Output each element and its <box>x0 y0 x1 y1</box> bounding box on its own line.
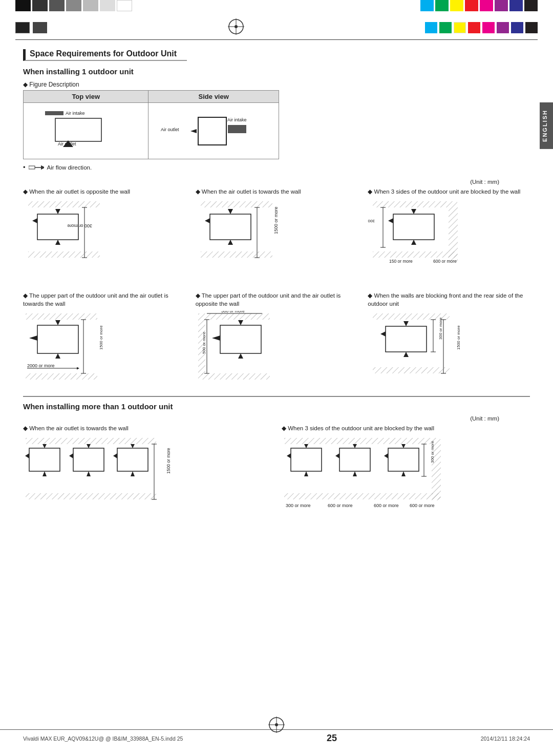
diagram-svg-6: 300 or more 1500 or more <box>368 311 470 385</box>
bottom-crosshair <box>267 716 286 736</box>
svg-text:Air outlet: Air outlet <box>161 127 179 132</box>
svg-text:500 or more: 500 or more <box>202 332 206 354</box>
svg-marker-97 <box>25 453 29 458</box>
svg-rect-124 <box>388 448 419 471</box>
svg-text:600 or more: 600 or more <box>410 503 435 508</box>
svg-rect-28 <box>201 201 272 207</box>
svg-marker-122 <box>353 471 357 476</box>
svg-marker-57 <box>55 320 60 325</box>
footer-right-text: 2014/12/11 18:24:24 <box>481 736 530 742</box>
svg-text:Air intake: Air intake <box>66 111 85 116</box>
svg-rect-81 <box>386 326 427 352</box>
svg-rect-100 <box>73 448 104 471</box>
svg-text:300 or more: 300 or more <box>67 223 92 228</box>
reg-black2 <box>32 0 48 11</box>
reg-green <box>435 0 449 11</box>
svg-marker-43 <box>411 240 416 245</box>
subsection1-title: When installing 1 outdoor unit <box>23 67 530 76</box>
svg-marker-127 <box>401 444 406 448</box>
diagram-multi-svg-2: 300 or more 300 or more 600 or more 600 … <box>282 435 461 538</box>
svg-rect-95 <box>26 438 156 444</box>
reg-mark-sq2 <box>33 22 47 33</box>
diagram-grid-row1: ◆ When the air outlet is opposite the wa… <box>23 187 530 282</box>
svg-marker-99 <box>42 444 47 448</box>
svg-rect-78 <box>198 373 270 380</box>
svg-marker-10 <box>190 129 197 133</box>
svg-rect-4 <box>45 111 63 115</box>
diagram-svg-4: 2000 or more 1500 or more <box>23 311 125 385</box>
svg-text:2000 or more: 2000 or more <box>27 363 55 368</box>
svg-marker-19 <box>32 218 37 223</box>
svg-rect-41 <box>393 214 434 240</box>
svg-text:300 or more: 300 or more <box>286 503 311 508</box>
svg-marker-20 <box>55 240 60 245</box>
svg-marker-125 <box>384 453 388 458</box>
unit-label-1: (Unit : mm) <box>23 178 530 185</box>
diagram-label-3: ◆ When 3 sides of the outdoor unit are b… <box>368 187 530 196</box>
svg-rect-17 <box>28 201 100 207</box>
svg-rect-12 <box>228 125 246 133</box>
svg-rect-104 <box>117 448 148 471</box>
reg-blue <box>509 0 523 11</box>
airflow-icon <box>29 164 44 171</box>
svg-marker-118 <box>304 471 308 476</box>
reg-gray2 <box>66 0 81 11</box>
svg-marker-101 <box>69 453 73 458</box>
svg-text:150 or more: 150 or more <box>389 259 413 264</box>
diagram-grid-multi: ◆ When the air outlet is towards the wal… <box>23 424 530 539</box>
svg-marker-103 <box>87 444 91 448</box>
svg-rect-66 <box>198 313 270 320</box>
svg-marker-105 <box>113 453 117 458</box>
side-view-header: Side view <box>148 91 279 103</box>
diagram-cell-1: ◆ When the air outlet is opposite the wa… <box>23 187 185 282</box>
svg-marker-84 <box>403 321 409 326</box>
svg-text:Air intake: Air intake <box>227 117 247 122</box>
reg-yellow <box>450 0 463 11</box>
svg-text:300 or more: 300 or more <box>438 318 443 340</box>
right-reg-m <box>482 22 495 33</box>
diagram-cell-5: ◆ The upper part of the outdoor unit and… <box>196 291 358 387</box>
svg-rect-93 <box>373 367 450 373</box>
svg-rect-114 <box>284 438 440 444</box>
right-reg-r <box>468 22 480 33</box>
crosshair-icon <box>227 17 245 37</box>
svg-marker-56 <box>55 353 60 359</box>
diagram-multi-label-1: ◆ When the air outlet is towards the wal… <box>23 424 271 432</box>
diagram-multi-label-2: ◆ When 3 sides of the outdoor unit are b… <box>282 424 530 432</box>
svg-marker-30 <box>205 218 210 223</box>
svg-rect-96 <box>29 448 60 471</box>
svg-rect-53 <box>26 313 97 320</box>
svg-rect-132 <box>284 493 440 499</box>
reg-magenta <box>480 0 493 11</box>
reg-mark-sq1 <box>15 22 30 33</box>
footer-left-text: Vivaldi MAX EUR_AQV09&12U@ @ IB&IM_33988… <box>23 736 183 742</box>
diagram-grid-row2: ◆ The upper part of the outdoor unit and… <box>23 291 530 387</box>
svg-marker-123 <box>353 444 357 448</box>
svg-rect-11 <box>198 117 226 145</box>
svg-rect-6 <box>55 118 101 141</box>
svg-marker-82 <box>380 331 386 337</box>
right-reg-k <box>525 22 538 33</box>
svg-text:600 or more: 600 or more <box>433 259 457 264</box>
top-view-diagram: Air intake Air outlet <box>24 103 148 159</box>
svg-marker-126 <box>401 471 406 476</box>
reg-gray4 <box>100 0 115 11</box>
svg-marker-121 <box>335 453 339 458</box>
diagram-multi-cell-1: ◆ When the air outlet is towards the wal… <box>23 424 271 539</box>
svg-rect-54 <box>37 325 78 353</box>
svg-rect-29 <box>210 214 251 240</box>
diagram-cell-6: ◆ When the walls are blocking front and … <box>368 291 530 387</box>
reg-black <box>524 0 538 11</box>
svg-rect-14 <box>29 166 35 169</box>
reg-marks-row <box>0 11 553 39</box>
reg-red <box>465 0 478 11</box>
reg-white <box>117 0 132 11</box>
reg-gray1 <box>49 0 65 11</box>
diagram-multi-cell-2: ◆ When 3 sides of the outdoor unit are b… <box>282 424 530 539</box>
airflow-note: • Air flow direction. <box>23 163 530 171</box>
svg-marker-70 <box>238 353 243 359</box>
svg-marker-107 <box>131 444 135 448</box>
top-view-svg: Air intake Air outlet <box>35 107 137 153</box>
main-content: Space Requirements for Outdoor Unit When… <box>0 40 553 555</box>
svg-text:600 or more: 600 or more <box>328 503 353 508</box>
